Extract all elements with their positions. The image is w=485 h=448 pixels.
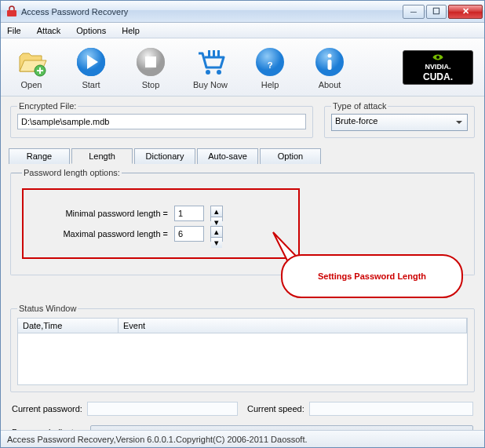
content-area: Encrypted File: Type of attack Brute-for… bbox=[1, 97, 484, 430]
current-speed-value bbox=[309, 402, 473, 416]
stop-icon bbox=[134, 46, 167, 78]
grid-header: Date,Time Event bbox=[18, 319, 467, 333]
about-label: About bbox=[319, 80, 341, 89]
svg-point-7 bbox=[206, 70, 210, 75]
svg-rect-6 bbox=[145, 56, 156, 67]
close-button[interactable]: ✕ bbox=[448, 5, 483, 19]
svg-text:?: ? bbox=[268, 60, 273, 70]
max-length-input[interactable] bbox=[174, 226, 204, 242]
highlight-box: Minimal password length = ▴▾ Maximal pas… bbox=[22, 188, 300, 259]
callout-text: Settings Password Length bbox=[318, 271, 426, 281]
app-icon bbox=[5, 5, 18, 18]
cuda-label: CUDA. bbox=[423, 71, 453, 82]
encrypted-file-legend: Encrypted File: bbox=[17, 101, 78, 111]
tab-length[interactable]: Length bbox=[71, 148, 133, 164]
buy-button[interactable]: Buy Now bbox=[191, 46, 230, 89]
current-password-label: Current password: bbox=[12, 404, 82, 413]
tab-autosave[interactable]: Auto-save bbox=[197, 148, 258, 164]
svg-rect-0 bbox=[7, 10, 16, 16]
col-event[interactable]: Event bbox=[119, 319, 467, 333]
svg-rect-11 bbox=[217, 50, 220, 56]
svg-rect-10 bbox=[213, 50, 215, 56]
start-button[interactable]: Start bbox=[71, 46, 111, 89]
menubar: File Attack Options Help bbox=[1, 23, 484, 38]
attack-type-value: Brute-force bbox=[335, 116, 377, 126]
stop-label: Stop bbox=[142, 80, 160, 89]
attack-type-legend: Type of attack bbox=[331, 101, 388, 111]
cart-icon bbox=[194, 46, 227, 78]
buy-label: Buy Now bbox=[193, 80, 228, 89]
open-button[interactable]: Open bbox=[12, 46, 51, 89]
nvidia-eye-icon bbox=[432, 53, 444, 62]
minimize-button[interactable]: ─ bbox=[403, 5, 425, 19]
toolbar: Open Start Stop Buy Now ? Help About NVI… bbox=[1, 38, 484, 97]
start-label: Start bbox=[82, 80, 100, 89]
svg-point-15 bbox=[328, 53, 332, 57]
svg-point-17 bbox=[436, 56, 439, 59]
menu-help[interactable]: Help bbox=[119, 24, 143, 37]
current-password-value bbox=[87, 402, 238, 416]
open-label: Open bbox=[21, 80, 42, 89]
status-window-group: Status Window Date,Time Event bbox=[10, 304, 475, 392]
min-length-input[interactable] bbox=[174, 206, 204, 221]
tab-option[interactable]: Option bbox=[260, 148, 321, 164]
encrypted-file-group: Encrypted File: bbox=[10, 101, 313, 138]
help-icon: ? bbox=[253, 46, 286, 78]
max-length-label: Maximal password length = bbox=[42, 229, 168, 239]
chevron-up-icon[interactable]: ▴ bbox=[211, 206, 222, 217]
max-length-spinner[interactable]: ▴▾ bbox=[210, 226, 223, 242]
password-length-legend: Password length options: bbox=[22, 168, 122, 177]
statusbar: Access Password Recovery,Version 6.0.0.1… bbox=[1, 430, 484, 447]
cuda-brand: NVIDIA. bbox=[425, 63, 450, 71]
help-button[interactable]: ? Help bbox=[250, 46, 290, 89]
folder-open-icon bbox=[15, 46, 48, 78]
info-icon bbox=[313, 46, 346, 78]
attack-type-group: Type of attack Brute-force bbox=[324, 101, 475, 138]
svg-rect-16 bbox=[328, 60, 332, 70]
min-length-label: Minimal password length = bbox=[42, 209, 168, 218]
tab-dictionary[interactable]: Dictionary bbox=[134, 148, 195, 164]
statusbar-text: Access Password Recovery,Version 6.0.0.1… bbox=[7, 435, 308, 444]
window-title: Access Password Recovery bbox=[21, 7, 401, 16]
tab-range[interactable]: Range bbox=[9, 148, 70, 164]
app-window: Access Password Recovery ─ ☐ ✕ File Atta… bbox=[0, 0, 485, 448]
svg-point-8 bbox=[217, 70, 221, 75]
min-length-spinner[interactable]: ▴▾ bbox=[210, 206, 223, 221]
chevron-up-icon[interactable]: ▴ bbox=[211, 227, 222, 238]
svg-rect-9 bbox=[208, 50, 210, 56]
col-datetime[interactable]: Date,Time bbox=[18, 319, 119, 333]
tab-strip: Range Length Dictionary Auto-save Option bbox=[9, 148, 476, 163]
password-length-group: Password length options: Minimal passwor… bbox=[10, 168, 475, 275]
status-legend: Status Window bbox=[17, 304, 78, 313]
current-speed-label: Current speed: bbox=[247, 404, 304, 413]
status-grid[interactable]: Date,Time Event bbox=[17, 318, 468, 385]
chevron-down-icon[interactable]: ▾ bbox=[211, 238, 222, 248]
help-label: Help bbox=[261, 80, 279, 89]
menu-attack[interactable]: Attack bbox=[34, 24, 64, 37]
titlebar[interactable]: Access Password Recovery ─ ☐ ✕ bbox=[1, 1, 484, 23]
attack-type-select[interactable]: Brute-force bbox=[331, 114, 468, 131]
cuda-badge: NVIDIA. CUDA. bbox=[403, 50, 473, 85]
callout-bubble: Settings Password Length bbox=[281, 254, 463, 298]
menu-options[interactable]: Options bbox=[73, 24, 109, 37]
encrypted-file-input[interactable] bbox=[17, 114, 306, 129]
about-button[interactable]: About bbox=[310, 46, 349, 89]
menu-file[interactable]: File bbox=[4, 24, 24, 37]
maximize-button[interactable]: ☐ bbox=[426, 5, 447, 19]
play-icon bbox=[75, 46, 108, 78]
stop-button[interactable]: Stop bbox=[131, 46, 170, 89]
